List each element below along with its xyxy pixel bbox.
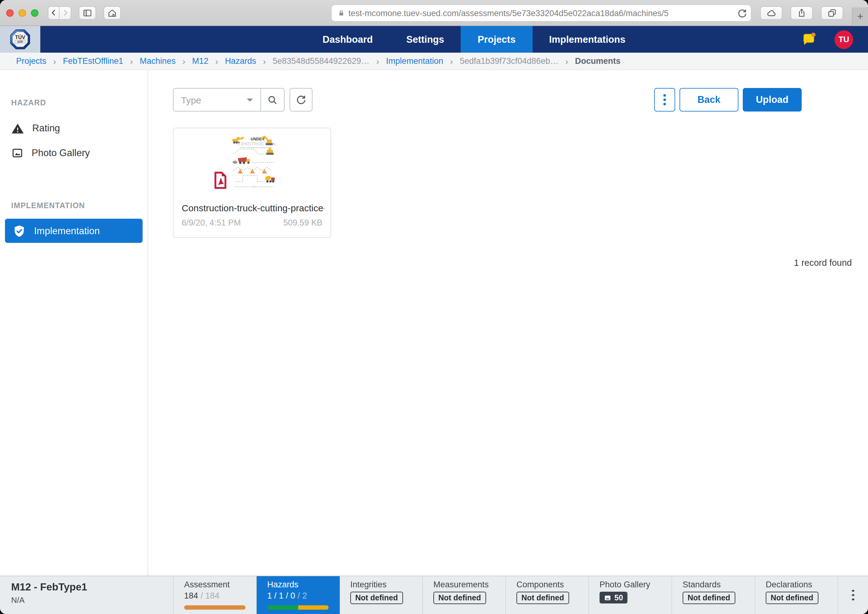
sidebar-toggle-button[interactable] <box>79 6 96 20</box>
nav-tab-implementations[interactable]: Implementations <box>532 26 642 53</box>
status-tab-components[interactable]: Components Not defined <box>506 576 589 614</box>
search-icon <box>267 94 278 105</box>
breadcrumb-separator: › <box>376 56 379 66</box>
thumb-fine-print <box>234 186 273 187</box>
breadcrumb-machine-m12[interactable]: M12 <box>192 56 208 66</box>
status-tab-integrities[interactable]: Integrities Not defined <box>340 576 423 614</box>
breadcrumb-projects[interactable]: Projects <box>16 56 47 66</box>
file-meta: 6/9/20, 4:51 PM 509.59 KB <box>182 218 322 227</box>
breadcrumb-hazards[interactable]: Hazards <box>225 56 257 66</box>
document-card[interactable]: UNDER CONSTRUCTION scissor cutting pract… <box>173 128 331 238</box>
browser-back-button[interactable] <box>48 6 59 20</box>
main-area: HAZARD Rating Photo Gallery IMPLEMENTATI… <box>0 70 868 575</box>
sidebar: HAZARD Rating Photo Gallery IMPLEMENTATI… <box>0 70 148 575</box>
address-bar[interactable]: test-mcomone.tuev-sued.com/assessments/5… <box>331 4 751 22</box>
file-date: 6/9/20, 4:51 PM <box>182 218 241 227</box>
not-defined-badge: Not defined <box>350 592 403 604</box>
kebab-dot <box>852 598 854 601</box>
hazards-done: 1 / 1 / 0 <box>267 591 295 600</box>
sidebar-item-rating[interactable]: Rating <box>0 116 148 141</box>
tabs-icon <box>827 8 837 18</box>
nav-tab-settings[interactable]: Settings <box>389 26 460 53</box>
type-filter-group: Type <box>173 88 285 112</box>
close-window-button[interactable] <box>6 9 14 16</box>
tuv-octagon-icon: TÜV SÜD <box>9 28 31 50</box>
file-size: 509.59 KB <box>283 218 322 227</box>
reload-button[interactable] <box>737 8 748 19</box>
action-buttons: Back Upload <box>654 88 802 112</box>
breadcrumb-separator: › <box>450 56 453 66</box>
status-tab-declarations[interactable]: Declarations Not defined <box>755 576 838 614</box>
not-defined-badge: Not defined <box>433 592 486 604</box>
svg-text:scissor cutting practice (stra: scissor cutting practice (straight lines… <box>240 146 272 148</box>
back-button[interactable]: Back <box>680 88 739 112</box>
photo-icon <box>11 147 23 159</box>
status-tab-assessment[interactable]: Assessment 184 / 184 <box>174 576 257 614</box>
statusbar-more-button[interactable] <box>838 576 868 614</box>
url-text: test-mcomone.tuev-sued.com/assessments/5… <box>348 8 735 18</box>
tab-overview-button[interactable] <box>821 6 843 20</box>
type-filter-placeholder: Type <box>181 95 201 105</box>
assessment-total: 184 <box>205 591 219 600</box>
hazards-total: 2 <box>303 591 307 600</box>
status-tab-measurements[interactable]: Measurements Not defined <box>423 576 506 614</box>
search-button[interactable] <box>261 88 284 111</box>
not-defined-badge: Not defined <box>766 592 818 604</box>
status-tab-photo-gallery[interactable]: Photo Gallery 50 <box>589 576 672 614</box>
browser-forward-button[interactable] <box>59 6 71 20</box>
status-tab-hazards[interactable]: Hazards 1 / 1 / 0 / 2 <box>257 576 340 614</box>
machine-subtitle: N/A <box>11 595 173 605</box>
nav-tab-projects[interactable]: Projects <box>461 26 532 53</box>
file-name: Construction-truck-cutting-practice-s… <box>182 203 324 213</box>
breadcrumb-implementation[interactable]: Implementation <box>386 56 443 66</box>
share-button[interactable] <box>790 6 813 20</box>
breadcrumb-implementation-id: 5edfa1b39f73cf04d86eb… <box>460 56 558 66</box>
tuv-sued-logo[interactable]: TÜV SÜD <box>0 26 40 53</box>
lock-icon <box>337 9 345 17</box>
kebab-dot <box>852 590 854 592</box>
machine-title: M12 - FebType1 <box>11 581 173 593</box>
upload-button[interactable]: Upload <box>743 88 802 112</box>
machine-info: M12 - FebType1 N/A <box>0 576 174 614</box>
breadcrumb-separator: › <box>565 56 568 66</box>
home-icon <box>107 8 117 18</box>
breadcrumb-separator: › <box>130 56 133 66</box>
icloud-tabs-button[interactable] <box>760 6 782 20</box>
photo-icon <box>604 594 611 601</box>
chevron-down-icon <box>247 98 253 101</box>
breadcrumb-documents: Documents <box>575 56 621 66</box>
sidebar-item-photo-gallery[interactable]: Photo Gallery <box>0 141 148 166</box>
breadcrumb-machines[interactable]: Machines <box>140 56 176 66</box>
sidebar-item-label: Photo Gallery <box>32 147 90 159</box>
kebab-dot <box>664 103 666 105</box>
feedback-chat-button[interactable] <box>800 31 817 48</box>
warning-triangle-icon <box>11 122 24 135</box>
photo-count: 50 <box>614 593 623 602</box>
breadcrumb-separator: › <box>215 56 218 66</box>
zoom-window-button[interactable] <box>31 9 39 16</box>
breadcrumb-separator: › <box>263 56 266 66</box>
photo-count-badge: 50 <box>599 592 627 603</box>
not-defined-badge: Not defined <box>516 592 569 604</box>
kebab-dot <box>664 99 666 101</box>
pdf-file-icon <box>213 172 227 191</box>
scaled-viewport: test-mcomone.tuev-sued.com/assessments/5… <box>0 0 868 614</box>
hazards-progress-bar <box>267 605 328 610</box>
user-avatar[interactable]: TU <box>835 30 853 49</box>
nav-tab-dashboard[interactable]: Dashboard <box>306 26 390 53</box>
documents-content: Type Back Upload <box>148 70 868 575</box>
breadcrumb: Projects › FebTEstOffline1 › Machines › … <box>0 53 868 70</box>
minimize-window-button[interactable] <box>19 9 26 16</box>
sidebar-item-implementation[interactable]: Implementation <box>5 219 143 243</box>
status-tab-standards[interactable]: Standards Not defined <box>672 576 755 614</box>
more-actions-button[interactable] <box>654 88 675 112</box>
kebab-dot <box>664 95 666 97</box>
home-button[interactable] <box>104 6 121 20</box>
refresh-button[interactable] <box>289 88 313 112</box>
chevron-right-icon <box>61 9 69 17</box>
breadcrumb-project-name[interactable]: FebTEstOffline1 <box>63 56 123 66</box>
reload-icon <box>737 8 748 19</box>
new-tab-button[interactable]: + <box>852 8 868 26</box>
record-count: 1 record found <box>794 258 852 268</box>
type-filter-select[interactable]: Type <box>174 88 261 111</box>
